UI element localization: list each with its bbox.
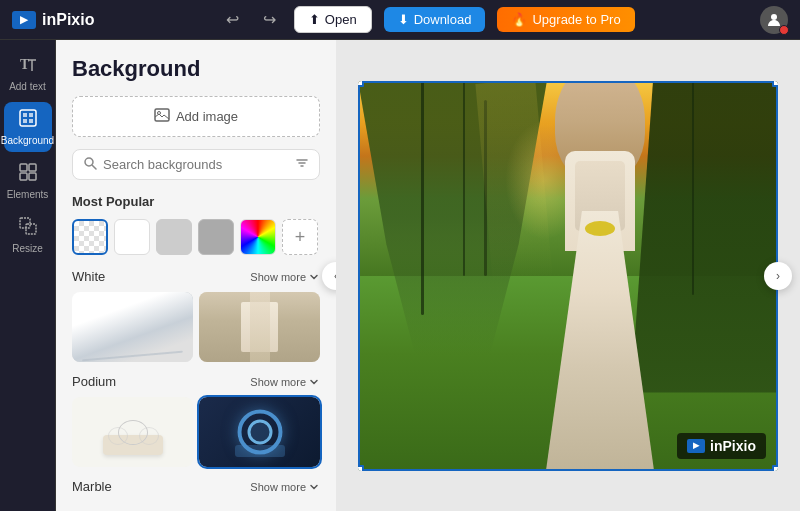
open-button[interactable]: ⬆ Open [294,6,372,33]
thumb-white-1[interactable] [72,292,193,362]
sidebar-item-elements-label: Elements [7,189,49,200]
swatch-white[interactable] [114,219,150,255]
sidebar-item-resize-label: Resize [12,243,43,254]
color-swatches: + [72,219,320,255]
category-white-header: White Show more [72,269,320,284]
swatch-transparent[interactable] [72,219,108,255]
logo: ▶ inPixio [12,11,94,29]
category-marble-show-more[interactable]: Show more [250,481,320,493]
watermark-logo-icon: ▶ [687,439,705,453]
category-white-name: White [72,269,105,284]
canvas-watermark: ▶ inPixio [677,433,766,459]
background-panel: Background Add image [56,40,336,511]
add-image-label: Add image [176,109,238,124]
category-white-thumbs [72,292,320,362]
sidebar-item-add-text-label: Add text [9,81,46,92]
download-button[interactable]: ⬇ Download [384,7,486,32]
download-label: Download [414,12,472,27]
upgrade-button[interactable]: 🔥 Upgrade to Pro [497,7,634,32]
svg-rect-12 [29,173,36,180]
logo-icon: ▶ [12,11,36,29]
category-white-show-more[interactable]: Show more [250,271,320,283]
thumb-podium-1[interactable] [72,397,193,467]
avatar-badge [779,25,789,35]
open-icon: ⬆ [309,12,320,27]
header-center: ↩ ↪ ⬆ Open ⬇ Download 🔥 Upgrade to Pro [220,6,635,33]
canvas-right-arrow[interactable]: › [764,262,792,290]
swatch-darkgray[interactable] [198,219,234,255]
watermark-text: inPixio [710,438,756,454]
sidebar-item-elements[interactable]: Elements [4,156,52,206]
main: T Add text Background [0,40,800,511]
swatch-lightgray[interactable] [156,219,192,255]
header: ▶ inPixio ↩ ↪ ⬆ Open ⬇ Download 🔥 Upgrad… [0,0,800,40]
category-podium-thumbs [72,397,320,467]
category-podium-name: Podium [72,374,116,389]
person-figure [520,151,680,471]
svg-rect-7 [23,119,27,123]
upgrade-icon: 🔥 [511,12,527,27]
category-podium-header: Podium Show more [72,374,320,389]
add-image-button[interactable]: Add image [72,96,320,137]
logo-text: inPixio [42,11,94,29]
category-marble-header: Marble Show more [72,479,320,494]
svg-rect-6 [29,113,33,117]
svg-rect-4 [20,110,36,126]
canvas-area: ▶ inPixio › [336,40,800,511]
background-icon [18,108,38,133]
search-input[interactable] [103,157,289,172]
svg-rect-13 [20,218,30,228]
svg-rect-11 [20,173,27,180]
sidebar-item-background[interactable]: Background [4,102,52,152]
upgrade-label: Upgrade to Pro [532,12,620,27]
swatch-rainbow[interactable] [240,219,276,255]
svg-rect-10 [29,164,36,171]
panel-scroll-left[interactable]: ‹ [322,262,336,290]
svg-rect-8 [29,119,33,123]
svg-rect-14 [26,224,36,234]
sidebar-item-add-text[interactable]: T Add text [4,48,52,98]
svg-point-0 [771,14,777,20]
filter-icon[interactable] [295,156,309,173]
icon-sidebar: T Add text Background [0,40,56,511]
open-label: Open [325,12,357,27]
undo-button[interactable]: ↩ [220,6,245,33]
search-icon [83,156,97,173]
add-image-icon [154,107,170,126]
redo-button[interactable]: ↪ [257,6,282,33]
sidebar-item-resize[interactable]: Resize [4,210,52,260]
svg-point-17 [85,158,93,166]
category-podium-show-more[interactable]: Show more [250,376,320,388]
svg-rect-9 [20,164,27,171]
photo-scene: ▶ inPixio [358,81,778,471]
thumb-podium-2[interactable] [199,397,320,467]
svg-line-18 [93,166,97,170]
person-dress [540,211,660,471]
download-icon: ⬇ [398,12,409,27]
panel-title: Background [72,56,320,82]
swatch-add-button[interactable]: + [282,219,318,255]
add-text-icon: T [18,54,38,79]
sidebar-item-background-label: Background [1,135,54,146]
most-popular-label: Most Popular [72,194,320,209]
avatar[interactable] [760,6,788,34]
svg-rect-5 [23,113,27,117]
resize-icon [18,216,38,241]
category-marble-name: Marble [72,479,112,494]
search-box [72,149,320,180]
thumb-white-2[interactable] [199,292,320,362]
elements-icon [18,162,38,187]
canvas-content: ▶ inPixio [358,81,778,471]
